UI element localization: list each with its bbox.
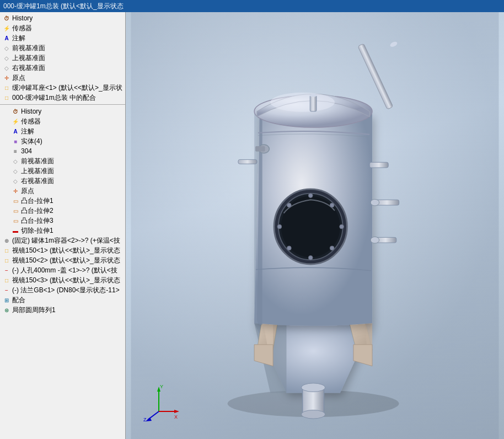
- tree-item-label: History: [21, 108, 41, 115]
- tree-item[interactable]: □视镜150<3> (默认<<默认>_显示状态: [0, 275, 125, 285]
- cut-icon: ▬: [11, 226, 20, 235]
- tree-item[interactable]: ⚡传感器: [0, 116, 125, 126]
- tree-item[interactable]: ◇前视基准面: [0, 156, 125, 166]
- tree-item-label: 上视基准面: [21, 167, 54, 176]
- feature-icon: ▭: [11, 206, 20, 215]
- tree-item[interactable]: A注解: [0, 126, 125, 136]
- tree-item-label: 切除-拉伸1: [21, 226, 53, 235]
- svg-point-30: [330, 246, 334, 250]
- tree-item[interactable]: ▬切除-拉伸1: [0, 226, 125, 235]
- tree-item[interactable]: □缓冲罐耳座<1> (默认<<默认>_显示状: [0, 83, 125, 93]
- tree-item[interactable]: □视镜150<1> (默认<<默认>_显示状态: [0, 245, 125, 255]
- tree-item-label: 凸台-拉伸2: [21, 206, 53, 216]
- mate-icon: ⊞: [2, 296, 11, 304]
- history-icon: ⏱: [11, 107, 20, 116]
- plane-icon: ◇: [2, 44, 11, 52]
- svg-marker-44: [174, 410, 179, 413]
- plane-icon: ◇: [2, 53, 11, 62]
- svg-rect-34: [255, 146, 265, 152]
- tree-item-label: 视镜150<1> (默认<<默认>_显示状态: [12, 246, 120, 255]
- pattern-icon: ⊛: [2, 306, 11, 314]
- plane-icon: ◇: [2, 63, 11, 72]
- tree-item[interactable]: ▭凸台-拉伸3: [0, 216, 125, 226]
- part-icon: □: [2, 276, 11, 285]
- tree-item[interactable]: ⏱History: [0, 13, 125, 23]
- tree-item[interactable]: ⏱History: [0, 106, 125, 116]
- tree-item[interactable]: A注解: [0, 33, 125, 43]
- svg-point-26: [287, 203, 291, 207]
- annotation-icon: A: [2, 34, 11, 42]
- plane-icon: ◇: [11, 157, 20, 165]
- svg-point-17: [309, 94, 317, 97]
- tree-item[interactable]: ✛原点: [0, 186, 125, 196]
- tree-item-label: History: [12, 14, 33, 22]
- svg-point-27: [308, 194, 313, 198]
- tree-item[interactable]: ⊛局部圆周阵列1: [0, 305, 125, 315]
- tree-item-label: (-) 法兰GB<1> (DN80<显示状态-11>: [12, 286, 120, 295]
- svg-rect-18: [369, 162, 388, 168]
- tree-item-label: 凸台-拉伸1: [21, 196, 53, 206]
- tree-item-label: (-) 人孔400mm -盖 <1>->? (默认<技: [12, 266, 117, 275]
- main-layout: ⏱History⚡传感器A注解◇前视基准面◇上视基准面◇右视基准面✛原点□缓冲罐…: [0, 12, 504, 439]
- sensor-icon: ⚡: [2, 24, 11, 33]
- part-icon: □: [2, 83, 11, 92]
- plane-icon: ◇: [11, 167, 20, 175]
- tree-item[interactable]: ⚡传感器: [0, 23, 125, 33]
- tree-item[interactable]: □视镜150<2> (默认<<默认>_显示状态: [0, 255, 125, 265]
- svg-point-39: [371, 237, 379, 243]
- plane-icon: ◇: [11, 176, 20, 185]
- 3d-viewport[interactable]: Y X Z: [126, 12, 504, 439]
- tree-item[interactable]: ▭凸台-拉伸2: [0, 206, 125, 216]
- svg-point-13: [270, 93, 335, 112]
- tree-item[interactable]: ◇右视基准面: [0, 176, 125, 186]
- fixed-icon: ⊕: [2, 236, 11, 245]
- title-text: 000-缓冲罐1m总装 (默认<默认_显示状态: [3, 2, 124, 11]
- svg-point-38: [371, 199, 379, 206]
- tree-item[interactable]: −(-) 人孔400mm -盖 <1>->? (默认<技: [0, 265, 125, 275]
- tree-item-label: 前视基准面: [21, 157, 54, 166]
- svg-text:Z: Z: [143, 417, 147, 422]
- svg-point-29: [340, 224, 344, 229]
- tree-section: ⏱History⚡传感器A注解◇前视基准面◇上视基准面◇右视基准面✛原点□缓冲罐…: [0, 12, 125, 316]
- tree-item-label: 注解: [21, 127, 34, 136]
- tree-item-label: 传感器: [12, 24, 32, 33]
- tree-item[interactable]: −(-) 法兰GB<1> (DN80<显示状态-11>: [0, 285, 125, 295]
- svg-point-32: [287, 246, 291, 250]
- tree-item[interactable]: ≡304: [0, 146, 125, 156]
- title-bar: 000-缓冲罐1m总装 (默认<默认_显示状态: [0, 0, 504, 12]
- tree-divider: [0, 104, 125, 105]
- body-icon: ■: [11, 137, 20, 146]
- feature-icon: ▭: [11, 196, 20, 205]
- svg-point-36: [302, 383, 325, 392]
- tree-item-label: 视镜150<2> (默认<<默认>_显示状态: [12, 256, 120, 265]
- coordinate-axes: Y X Z: [142, 384, 181, 422]
- tree-item[interactable]: ◇上视基准面: [0, 166, 125, 176]
- tree-item[interactable]: ◇右视基准面: [0, 63, 125, 73]
- tree-item[interactable]: ◇上视基准面: [0, 53, 125, 63]
- tree-item[interactable]: ▭凸台-拉伸1: [0, 196, 125, 206]
- history-icon: ⏱: [2, 14, 11, 23]
- tree-item[interactable]: ■实体(4): [0, 136, 125, 146]
- feature-tree-panel[interactable]: ⏱History⚡传感器A注解◇前视基准面◇上视基准面◇右视基准面✛原点□缓冲罐…: [0, 12, 126, 439]
- tree-item-label: 局部圆周阵列1: [12, 306, 56, 315]
- svg-rect-21: [238, 159, 257, 164]
- tree-item-label: 304: [21, 147, 32, 155]
- tree-item[interactable]: ◇前视基准面: [0, 43, 125, 53]
- svg-point-31: [308, 255, 313, 260]
- tree-item[interactable]: □000-缓冲罐1m总装 中的配合: [0, 93, 125, 103]
- tree-item[interactable]: ⊞配合: [0, 295, 125, 305]
- tree-item-label: 右视基准面: [21, 176, 54, 186]
- feature-icon: ▭: [11, 216, 20, 225]
- tree-item-label: (固定) 罐体1m容器<2>->? (+保温<技: [12, 236, 120, 245]
- tree-item-label: 配合: [12, 296, 25, 305]
- svg-point-28: [330, 203, 334, 207]
- tree-item-label: 前视基准面: [12, 44, 45, 53]
- svg-text:Y: Y: [160, 384, 163, 389]
- material-icon: ≡: [11, 147, 20, 156]
- tree-item[interactable]: ✛原点: [0, 73, 125, 83]
- tree-item-label: 凸台-拉伸3: [21, 216, 53, 226]
- svg-point-37: [302, 410, 325, 419]
- sensor-icon: ⚡: [11, 117, 20, 126]
- tree-item[interactable]: ⊕(固定) 罐体1m容器<2>->? (+保温<技: [0, 235, 125, 245]
- 3d-model-svg: [126, 12, 504, 439]
